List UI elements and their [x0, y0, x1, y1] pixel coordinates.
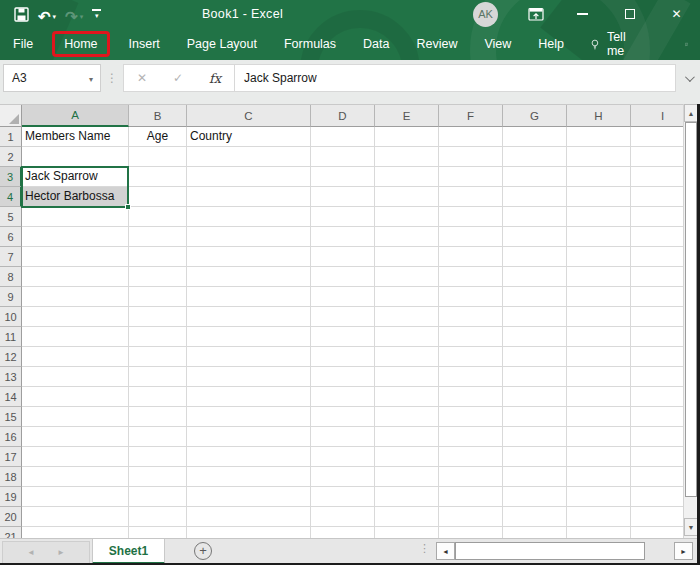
cell-C13[interactable] [187, 367, 311, 387]
cell-C17[interactable] [187, 447, 311, 467]
scroll-right-icon[interactable]: ► [674, 542, 693, 560]
new-sheet-button[interactable]: + [194, 542, 212, 560]
cell-A21[interactable] [22, 527, 129, 538]
cell-B7[interactable] [129, 247, 187, 267]
cell-H21[interactable] [567, 527, 631, 538]
cell-D5[interactable] [311, 207, 375, 227]
cell-I3[interactable] [631, 167, 683, 187]
cell-B4[interactable] [129, 187, 187, 207]
column-header-E[interactable]: E [375, 105, 439, 127]
cell-I4[interactable] [631, 187, 683, 207]
cell-C5[interactable] [187, 207, 311, 227]
cell-G3[interactable] [503, 167, 567, 187]
cell-E18[interactable] [375, 467, 439, 487]
cell-B18[interactable] [129, 467, 187, 487]
cell-H14[interactable] [567, 387, 631, 407]
row-header-13[interactable]: 13 [0, 367, 22, 387]
undo-button[interactable]: ↶▾ [38, 4, 56, 24]
enter-icon[interactable]: ✓ [173, 71, 183, 85]
cell-F1[interactable] [439, 127, 503, 147]
cell-G6[interactable] [503, 227, 567, 247]
cell-A20[interactable] [22, 507, 129, 527]
vertical-scrollbar[interactable]: ▲ ▼ [683, 104, 697, 538]
row-header-1[interactable]: 1 [0, 127, 22, 147]
cell-E5[interactable] [375, 207, 439, 227]
cell-B19[interactable] [129, 487, 187, 507]
row-header-7[interactable]: 7 [0, 247, 22, 267]
cell-F10[interactable] [439, 307, 503, 327]
cell-D13[interactable] [311, 367, 375, 387]
cell-I13[interactable] [631, 367, 683, 387]
cell-A15[interactable] [22, 407, 129, 427]
cell-H1[interactable] [567, 127, 631, 147]
cell-B2[interactable] [129, 147, 187, 167]
cell-F17[interactable] [439, 447, 503, 467]
prev-sheet-icon[interactable]: ◄ [27, 548, 35, 557]
close-button[interactable]: ✕ [653, 0, 700, 28]
cell-E4[interactable] [375, 187, 439, 207]
cell-H11[interactable] [567, 327, 631, 347]
cell-A3[interactable]: Jack Sparrow [22, 167, 129, 187]
cell-H8[interactable] [567, 267, 631, 287]
cell-F2[interactable] [439, 147, 503, 167]
cell-F5[interactable] [439, 207, 503, 227]
cell-F14[interactable] [439, 387, 503, 407]
cell-B15[interactable] [129, 407, 187, 427]
select-all-button[interactable] [0, 105, 22, 127]
cell-F6[interactable] [439, 227, 503, 247]
row-header-15[interactable]: 15 [0, 407, 22, 427]
row-header-2[interactable]: 2 [0, 147, 22, 167]
cell-H2[interactable] [567, 147, 631, 167]
cell-B21[interactable] [129, 527, 187, 538]
ribbon-tab-data[interactable]: Data [363, 37, 389, 51]
cell-A1[interactable]: Members Name [22, 127, 129, 147]
cancel-icon[interactable]: ✕ [137, 71, 147, 85]
column-header-F[interactable]: F [439, 105, 503, 127]
row-header-9[interactable]: 9 [0, 287, 22, 307]
cell-A12[interactable] [22, 347, 129, 367]
cell-H20[interactable] [567, 507, 631, 527]
cell-E8[interactable] [375, 267, 439, 287]
cell-A10[interactable] [22, 307, 129, 327]
cell-B1[interactable]: Age [129, 127, 187, 147]
ribbon-display-options-icon[interactable] [512, 0, 559, 28]
cell-C7[interactable] [187, 247, 311, 267]
cell-C16[interactable] [187, 427, 311, 447]
cell-I12[interactable] [631, 347, 683, 367]
column-header-H[interactable]: H [567, 105, 631, 127]
cell-H6[interactable] [567, 227, 631, 247]
cell-C8[interactable] [187, 267, 311, 287]
cell-E19[interactable] [375, 487, 439, 507]
cell-I18[interactable] [631, 467, 683, 487]
column-header-A[interactable]: A [22, 105, 129, 127]
cell-C14[interactable] [187, 387, 311, 407]
cell-A13[interactable] [22, 367, 129, 387]
row-header-5[interactable]: 5 [0, 207, 22, 227]
row-header-14[interactable]: 14 [0, 387, 22, 407]
cell-H15[interactable] [567, 407, 631, 427]
cell-C9[interactable] [187, 287, 311, 307]
row-header-21[interactable]: 21 [0, 527, 22, 538]
row-header-18[interactable]: 18 [0, 467, 22, 487]
name-box[interactable]: A3 ▾ [3, 64, 101, 92]
tabbar-splitter[interactable]: ⋮ [419, 542, 430, 555]
cell-I9[interactable] [631, 287, 683, 307]
cell-I2[interactable] [631, 147, 683, 167]
cell-G9[interactable] [503, 287, 567, 307]
cell-A17[interactable] [22, 447, 129, 467]
cell-G5[interactable] [503, 207, 567, 227]
row-header-11[interactable]: 11 [0, 327, 22, 347]
cell-F21[interactable] [439, 527, 503, 538]
horizontal-scrollbar-thumb[interactable] [455, 542, 645, 560]
cell-B5[interactable] [129, 207, 187, 227]
maximize-button[interactable] [606, 0, 653, 28]
cell-I11[interactable] [631, 327, 683, 347]
row-header-20[interactable]: 20 [0, 507, 22, 527]
row-header-8[interactable]: 8 [0, 267, 22, 287]
cell-A11[interactable] [22, 327, 129, 347]
cell-I21[interactable] [631, 527, 683, 538]
cell-H19[interactable] [567, 487, 631, 507]
cell-I7[interactable] [631, 247, 683, 267]
tell-me[interactable]: Tell me [591, 30, 631, 58]
cell-H13[interactable] [567, 367, 631, 387]
